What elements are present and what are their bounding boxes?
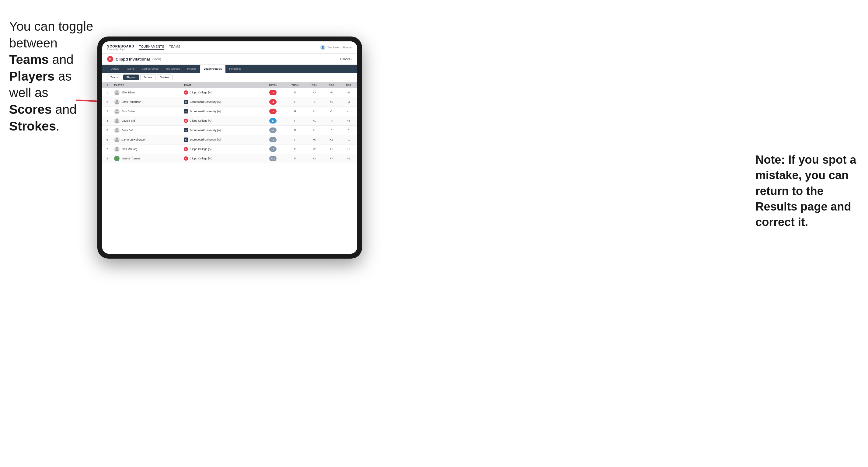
team-logo: C [184, 90, 188, 95]
nav-links: TOURNAMENTS TEAMS [139, 45, 320, 50]
cell-player: 🌿Marcus Turners [112, 154, 182, 163]
tab-results[interactable]: Results [184, 65, 200, 73]
table-row: 7Blair McHargCClippd College [A]+9F+2+1+… [102, 145, 357, 154]
col-total: TOTAL [261, 82, 284, 88]
logo-sub: Powered by clippd [107, 48, 134, 50]
player-avatar [114, 118, 120, 124]
cell-player: Cameron Robertson [112, 135, 182, 145]
team-name: Scoreboard University [A] [190, 100, 221, 103]
cell-rd1: +1 [306, 126, 323, 135]
toggle-players[interactable]: Players [123, 74, 139, 80]
tab-printables[interactable]: Printables [225, 65, 245, 73]
cell-team: CClippd College [A] [182, 145, 261, 154]
sign-out-link[interactable]: Sign out [342, 46, 352, 49]
user-label: Test User | [328, 46, 340, 49]
cell-player: Blair McHarg [112, 145, 182, 154]
cell-rd1: +3 [306, 88, 323, 97]
col-player: PLAYER [112, 82, 182, 88]
tab-teams[interactable]: Teams [123, 65, 138, 73]
right-annotation: Note: If you spot a mistake, you can ret… [755, 152, 859, 230]
cell-total: +1 [261, 126, 284, 135]
cell-thru: F [284, 145, 306, 154]
toggle-strokes[interactable]: Strokes [157, 74, 173, 80]
logo-text: SCOREBOARD [107, 44, 134, 48]
toggle-teams[interactable]: Teams [107, 74, 122, 80]
cell-team: CClippd College [A] [182, 116, 261, 126]
cell-rd2: +5 [323, 97, 340, 107]
cell-rd3: +6 [340, 145, 357, 154]
cell-thru: F [284, 154, 306, 163]
tournament-gender: (Men) [152, 57, 161, 61]
team-name: Scoreboard University [A] [190, 138, 221, 141]
player-name: Elliot Ebert [121, 91, 135, 94]
tournament-logo: C [107, 56, 113, 62]
tab-tee-groups[interactable]: Tee Groups [162, 65, 184, 73]
player-avatar: 🌿 [114, 156, 120, 161]
col-rd2: RD2 [323, 82, 340, 88]
cell-rank: 6 [102, 135, 112, 145]
cell-total: -2 [261, 107, 284, 116]
cell-rd1: -5 [306, 97, 323, 107]
player-avatar [114, 108, 120, 114]
toggle-row: Teams Players Scores Strokes [102, 73, 357, 82]
cell-rd2: E [323, 126, 340, 135]
cell-total: +6 [261, 135, 284, 145]
cell-total: E [261, 116, 284, 126]
cell-player: David Ford [112, 116, 182, 126]
cell-team: SScoreboard University [A] [182, 107, 261, 116]
players-table: # PLAYER TEAM TOTAL THRU RD1 RD2 RD3 1El… [102, 82, 357, 163]
col-team: TEAM [182, 82, 261, 88]
tab-course-setup[interactable]: Course Setup [138, 65, 162, 73]
cell-thru: F [284, 97, 306, 107]
player-name: David Ford [121, 119, 135, 122]
cell-rd2: -2 [323, 107, 340, 116]
svg-point-4 [116, 119, 118, 121]
cell-rd2: -6 [323, 88, 340, 97]
cell-rd2: +7 [323, 154, 340, 163]
cell-rd3: -1 [340, 135, 357, 145]
tab-details[interactable]: Details [107, 65, 123, 73]
nav-tournaments[interactable]: TOURNAMENTS [139, 45, 164, 50]
team-name: Scoreboard University [A] [190, 129, 221, 132]
cell-rd1: +2 [306, 154, 323, 163]
player-name: Marcus Turners [121, 157, 141, 160]
cell-team: SScoreboard University [A] [182, 126, 261, 135]
cell-rd3: -1 [340, 107, 357, 116]
player-avatar [114, 146, 120, 152]
cell-team: CClippd College [A] [182, 88, 261, 97]
cell-thru: F [284, 88, 306, 97]
cell-player: Rich Butler [112, 107, 182, 116]
cell-player: Chris Robertson [112, 97, 182, 107]
team-name: Clippd College [A] [190, 157, 212, 160]
cell-rank: 7 [102, 145, 112, 154]
nav-teams[interactable]: TEAMS [169, 45, 180, 50]
col-rank: # [102, 82, 112, 88]
user-icon: 👤 [320, 45, 326, 50]
player-avatar [114, 90, 120, 95]
tournament-name: Clippd Invitational [116, 57, 150, 61]
tournament-header: C Clippd Invitational (Men) Cancel × [102, 54, 357, 65]
team-name: Scoreboard University [A] [190, 110, 221, 113]
svg-point-5 [116, 128, 118, 130]
team-logo: S [184, 137, 188, 142]
player-avatar [114, 99, 120, 105]
svg-point-7 [116, 147, 118, 149]
cell-rd3: +3 [340, 116, 357, 126]
cell-thru: F [284, 126, 306, 135]
cell-rank: 8 [102, 154, 112, 163]
team-name: Clippd College [A] [190, 91, 212, 94]
cell-team: CClippd College [A] [182, 154, 261, 163]
table-row: 4David FordCClippd College [A]EF+1-4+3 [102, 116, 357, 126]
cell-rd3: +2 [340, 154, 357, 163]
player-avatar [114, 137, 120, 143]
cell-rank: 1 [102, 88, 112, 97]
toggle-scores[interactable]: Scores [140, 74, 155, 80]
logo-area: SCOREBOARD Powered by clippd [107, 44, 134, 50]
table-row: 2Chris RobertsonSScoreboard University [… [102, 97, 357, 107]
cell-total: +11 [261, 154, 284, 163]
table-row: 8🌿Marcus TurnersCClippd College [A]+11F+… [102, 154, 357, 163]
cancel-button[interactable]: Cancel × [340, 58, 352, 61]
tab-leaderboards[interactable]: Leaderboards [200, 65, 226, 73]
cell-rank: 5 [102, 126, 112, 135]
cell-rd3: -4 [340, 97, 357, 107]
